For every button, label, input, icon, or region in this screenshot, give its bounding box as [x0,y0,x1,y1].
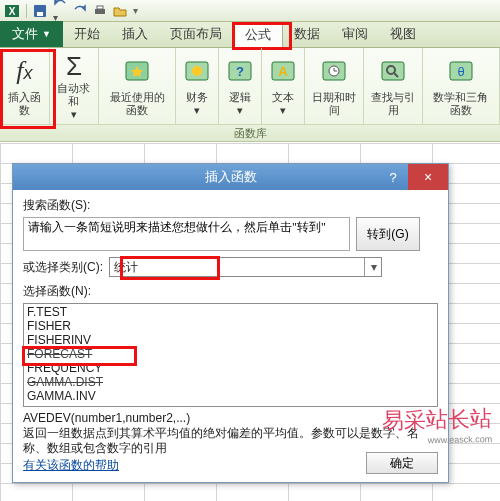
dialog-help-button[interactable]: ? [378,164,408,190]
ribbon-recent[interactable]: 最近使用的函数 [99,48,176,124]
function-help-link[interactable]: 有关该函数的帮助 [23,457,119,474]
function-signature: AVEDEV(number1,number2,...) [23,411,438,426]
sigma-icon: Σ [66,51,82,82]
list-item[interactable]: FISHER [27,319,434,333]
svg-text:θ: θ [457,64,464,79]
tab-pagelayout[interactable]: 页面布局 [159,21,233,47]
book-money-icon [182,56,212,86]
list-item[interactable]: GAMMA.INV [27,389,434,403]
highlight-tab-formulas [232,22,292,50]
book-q-icon: ? [225,56,255,86]
excel-icon: X [4,3,20,19]
ribbon-financial[interactable]: 财务 ▾ [176,48,219,124]
svg-text:X: X [9,6,16,17]
category-label: 或选择类别(C): [23,259,103,276]
ribbon-math[interactable]: θ 数学和三角函数 [423,48,500,124]
qat-more-icon[interactable]: ▾ [133,5,138,16]
undo-icon[interactable]: ▾ [53,0,67,23]
tab-insert[interactable]: 插入 [111,21,159,47]
list-item[interactable]: FISHERINV [27,333,434,347]
dialog-title: 插入函数 [205,168,257,186]
print-icon[interactable] [93,4,107,18]
highlight-category [120,256,220,280]
svg-text:?: ? [236,64,244,79]
book-star-icon [122,56,152,86]
svg-rect-3 [37,12,43,16]
book-a-icon: A [268,56,298,86]
ok-button[interactable]: 确定 [366,452,438,474]
chevron-down-icon: ▾ [364,258,377,276]
search-input[interactable] [23,217,350,251]
highlight-frequency [22,346,137,366]
book-theta-icon: θ [446,56,476,86]
svg-rect-15 [382,62,404,80]
search-label: 搜索函数(S): [23,197,438,214]
ribbon-group-label: 函数库 [0,124,500,141]
svg-point-8 [192,66,202,76]
go-button[interactable]: 转到(G) [356,217,420,251]
ribbon: fx 插入函数 Σ 自动求和▾ 最近使用的函数 财务 ▾ ? 逻辑 ▾ A 文本 [0,48,500,142]
tab-view[interactable]: 视图 [379,21,427,47]
book-search-icon [378,56,408,86]
ribbon-text[interactable]: A 文本 ▾ [262,48,305,124]
dialog-close-button[interactable]: × [408,164,448,190]
highlight-insert-function [0,49,56,129]
quick-access-toolbar: X ▾ ▾ [0,0,500,22]
selectfn-label: 选择函数(N): [23,283,438,300]
tab-home[interactable]: 开始 [63,21,111,47]
watermark: 易采站长站 www.easck.com [382,404,493,446]
dialog-titlebar[interactable]: 插入函数 ? × [13,164,448,190]
save-icon[interactable] [33,4,47,18]
svg-rect-4 [95,9,105,14]
ribbon-lookup[interactable]: 查找与引用 [364,48,423,124]
open-icon[interactable] [113,4,127,18]
book-clock-icon [319,56,349,86]
tab-file[interactable]: 文件▼ [0,21,63,47]
list-item[interactable]: F.TEST [27,305,434,319]
ribbon-datetime[interactable]: 日期和时间 [305,48,364,124]
svg-rect-5 [97,6,103,9]
redo-icon[interactable] [73,4,87,18]
svg-text:A: A [279,64,289,79]
ribbon-logical[interactable]: ? 逻辑 ▾ [219,48,262,124]
ribbon-autosum[interactable]: Σ 自动求和▾ [50,48,100,124]
tab-review[interactable]: 审阅 [331,21,379,47]
list-item[interactable]: GAMMA.DIST [27,375,434,389]
